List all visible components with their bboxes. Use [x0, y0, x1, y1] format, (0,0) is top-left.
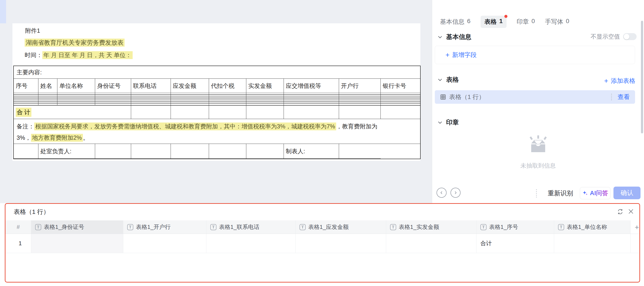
confirm-button[interactable]: 确认	[614, 187, 640, 199]
section-title: 印章	[446, 118, 459, 127]
remark-line-1: 备注：根据国家税务局要求，发放劳务费需缴纳增值税、城建税和教育费附加，其中：增值…	[16, 121, 417, 132]
total-row-cell	[171, 105, 209, 119]
close-icon[interactable]	[628, 208, 634, 216]
table-cell[interactable]	[206, 234, 296, 253]
tab-label: 基本信息	[440, 18, 464, 26]
section-title: 表格	[446, 75, 459, 84]
text-type-icon: T	[127, 224, 133, 230]
toggle-knob	[624, 34, 630, 39]
time-line: 时间：年 月 日至 年 月 日，共 天 单位：	[25, 51, 420, 59]
column-header[interactable]: T表格1_序号	[476, 220, 554, 234]
doc-col-header: 实发金额	[246, 79, 284, 93]
text-type-icon: T	[480, 224, 486, 230]
table-item-label: 表格（1 行）	[449, 93, 485, 101]
total-row-cell	[339, 105, 381, 119]
tab-handwriting[interactable]: 手写体0	[545, 18, 570, 26]
toggle-label: 不显示空值	[590, 33, 620, 40]
total-row-cell	[209, 105, 246, 119]
prev-page-button[interactable]	[436, 188, 446, 198]
signature-row-cell	[246, 144, 284, 159]
tab-seals[interactable]: 印章0	[516, 18, 535, 26]
tab-tables[interactable]: 表格1	[480, 16, 507, 28]
column-header[interactable]: T表格1_单位名称	[554, 220, 630, 234]
column-label: 表格1_身份证号	[44, 223, 84, 231]
doc-col-header: 序号	[14, 79, 38, 93]
table-cell[interactable]	[386, 234, 476, 253]
document-table: 主要内容: 序号 姓名 单位名称 身份证号 联系电话 应发金额 代扣个税 实发金…	[13, 66, 420, 159]
view-table-link[interactable]: 查看	[618, 93, 630, 101]
table-detail-panel: 表格（1 行） # T表格1_身份证号 T表格1_开户行 T表格1_联系电话 T…	[5, 203, 640, 283]
remark-plain-2: 3%，	[16, 134, 31, 141]
refresh-icon[interactable]	[617, 208, 624, 216]
add-table-button[interactable]: + 添加表格	[604, 77, 635, 85]
chevron-right-icon	[453, 191, 458, 195]
text-type-icon: T	[300, 224, 306, 230]
tab-basic-info[interactable]: 基本信息6	[440, 18, 470, 26]
remark-highlight-1: 根据国家税务局要求，发放劳务费需缴纳增值税、城建税和教育费附加，其中：增值税税率…	[34, 122, 336, 130]
add-column-button[interactable]: +	[630, 220, 640, 234]
column-label: 表格1_应发金额	[308, 223, 348, 231]
panel-scrollbar[interactable]	[641, 21, 643, 133]
signature-row-cell	[14, 144, 38, 159]
ai-qa-button[interactable]: AI问答	[580, 187, 610, 199]
section-seals[interactable]: 印章	[438, 118, 459, 127]
add-field-button[interactable]: + 新增字段	[446, 51, 477, 59]
remark-label: 备注：	[16, 123, 34, 130]
remark-end: 。	[83, 134, 89, 141]
add-field-label: 新增字段	[452, 51, 477, 59]
column-header[interactable]: T表格1_开户行	[123, 220, 206, 234]
main-content-cell: 主要内容:	[14, 66, 420, 79]
doc-col-header: 应发金额	[171, 79, 209, 93]
plus-icon: +	[635, 224, 639, 231]
extracted-table-header: # T表格1_身份证号 T表格1_开户行 T表格1_联系电话 T表格1_应发金额…	[6, 220, 640, 234]
column-label: 表格1_开户行	[136, 223, 170, 231]
chevron-down-icon	[438, 120, 443, 125]
next-page-button[interactable]	[450, 188, 460, 198]
tab-count: 1	[499, 18, 503, 26]
chevron-left-icon	[439, 191, 444, 195]
table-cell[interactable]	[296, 234, 386, 253]
text-type-icon: T	[558, 224, 564, 230]
basic-info-card: + 新增字段	[435, 46, 635, 64]
table-cell[interactable]: 合计	[476, 234, 554, 253]
more-actions-icon[interactable]	[536, 189, 537, 198]
ai-qa-label: AI问答	[590, 189, 608, 197]
section-basic-info[interactable]: 基本信息	[438, 33, 472, 41]
table-panel-title: 表格（1 行）	[14, 208, 49, 216]
table-grid-icon	[440, 94, 446, 100]
reidentify-button[interactable]: 重新识别	[548, 189, 573, 198]
preparer-cell: 制表人:	[284, 144, 339, 159]
doc-col-header: 身份证号	[95, 79, 131, 93]
column-header[interactable]: T表格1_应发金额	[296, 220, 386, 234]
column-label: 表格1_实发金额	[399, 223, 439, 231]
total-row-cell	[284, 105, 339, 119]
remark-cell: 备注：根据国家税务局要求，发放劳务费需缴纳增值税、城建税和教育费附加，其中：增值…	[14, 119, 420, 144]
table-cell[interactable]	[123, 234, 206, 253]
attachment-label: 附件1	[25, 27, 420, 35]
table-cell[interactable]	[31, 234, 123, 253]
document-title: 湖南省教育厅机关专家劳务费发放表	[25, 38, 420, 47]
document-preview-area: 附件1 湖南省教育厅机关专家劳务费发放表 时间：年 月 日至 年 月 日，共 天…	[0, 0, 432, 203]
plus-icon: +	[604, 77, 608, 84]
column-header[interactable]: T表格1_联系电话	[206, 220, 296, 234]
table-list-item[interactable]: 表格（1 行） 查看	[435, 90, 635, 104]
section-tables[interactable]: 表格	[438, 75, 459, 84]
chevron-down-icon	[438, 77, 443, 82]
extraction-panel: 基本信息6 表格1 印章0 手写体0 基本信息 不显示空值 + 新增字段 表格 …	[432, 0, 644, 203]
doc-col-header: 银行卡号	[381, 79, 420, 93]
total-label-highlight: 合 计	[16, 108, 32, 117]
total-row-label-cell: 合 计	[14, 105, 131, 119]
text-type-icon: T	[35, 224, 41, 230]
thumbnail-strip-fragment	[0, 0, 6, 23]
column-label: 表格1_序号	[489, 223, 518, 231]
table-cell[interactable]	[554, 234, 630, 253]
section-title: 基本信息	[446, 33, 472, 41]
doc-col-header: 代扣个税	[209, 79, 246, 93]
column-header[interactable]: T表格1_身份证号	[31, 220, 123, 234]
column-header[interactable]: T表格1_实发金额	[386, 220, 476, 234]
hide-empty-toggle[interactable]	[623, 33, 636, 40]
text-type-icon: T	[390, 224, 396, 230]
more-options-icon[interactable]	[611, 94, 612, 100]
doc-col-header: 联系电话	[131, 79, 171, 93]
notification-dot	[504, 15, 508, 18]
